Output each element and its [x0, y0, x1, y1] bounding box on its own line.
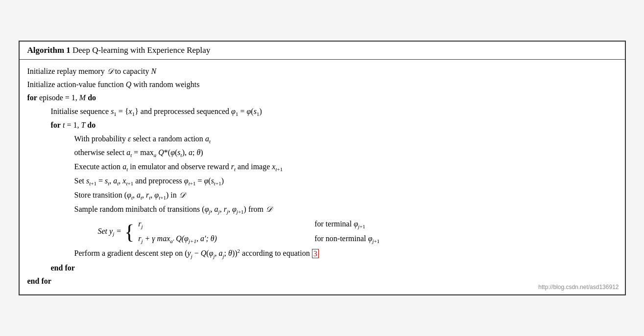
line-execute: Execute action at in emulator and observ…: [27, 160, 617, 174]
set-yj-label: Set yj =: [98, 225, 122, 238]
line-end-for-ep: end for: [27, 274, 617, 288]
line-set-s: Set st+1 = st, at, xt+1 and preprocess φ…: [27, 174, 617, 188]
set-yj-block: Set yj = { rj for terminal φj+1 rj + γ m…: [27, 218, 617, 246]
case1-expr: rj: [138, 218, 314, 231]
line-store: Store transition (φt, at, rt, φt+1) in 𝒟: [27, 188, 617, 202]
case-row-2: rj + γ maxa′ Q(φj+1, a′; θ) for non-term…: [138, 232, 380, 246]
line-otherwise: otherwise select at = maxa Q*(φ(st), a; …: [27, 146, 617, 160]
equation-ref[interactable]: 3: [312, 249, 319, 258]
case2-expr: rj + γ maxa′ Q(φj+1, a′; θ): [138, 232, 314, 246]
line-with-prob: With probability ε select a random actio…: [27, 132, 617, 146]
brace-icon: {: [124, 222, 134, 242]
algorithm-body: Initialize replay memory 𝒟 to capacity N…: [20, 60, 625, 294]
algorithm-container: Algorithm 1 Deep Q-learning with Experie…: [19, 41, 626, 295]
line-for-episode: for episode = 1, M do: [27, 91, 617, 104]
case2-cond: for non-terminal φj+1: [314, 232, 380, 246]
algorithm-title: Deep Q-learning with Experience Replay: [72, 45, 210, 55]
line-sample: Sample random minibatch of transitions (…: [27, 202, 617, 217]
line-init-seq: Initialise sequence s1 = {x1} and prepro…: [27, 105, 617, 119]
cases-table: rj for terminal φj+1 rj + γ maxa′ Q(φj+1…: [138, 218, 380, 246]
case1-cond: for terminal φj+1: [314, 218, 365, 231]
line-for-t: for t = 1, T do: [27, 118, 617, 132]
algorithm-header: Algorithm 1 Deep Q-learning with Experie…: [20, 42, 625, 60]
algorithm-label: Algorithm 1: [27, 45, 71, 55]
line-init1: Initialize replay memory 𝒟 to capacity N: [27, 65, 617, 78]
watermark: http://blog.csdn.net/asd136912: [538, 284, 619, 291]
case-row-1: rj for terminal φj+1: [138, 218, 380, 231]
line-perform: Perform a gradient descent step on (yj −…: [27, 246, 617, 261]
line-init2: Initialize action-value function Q with …: [27, 78, 617, 91]
line-end-for-t: end for: [27, 261, 617, 274]
